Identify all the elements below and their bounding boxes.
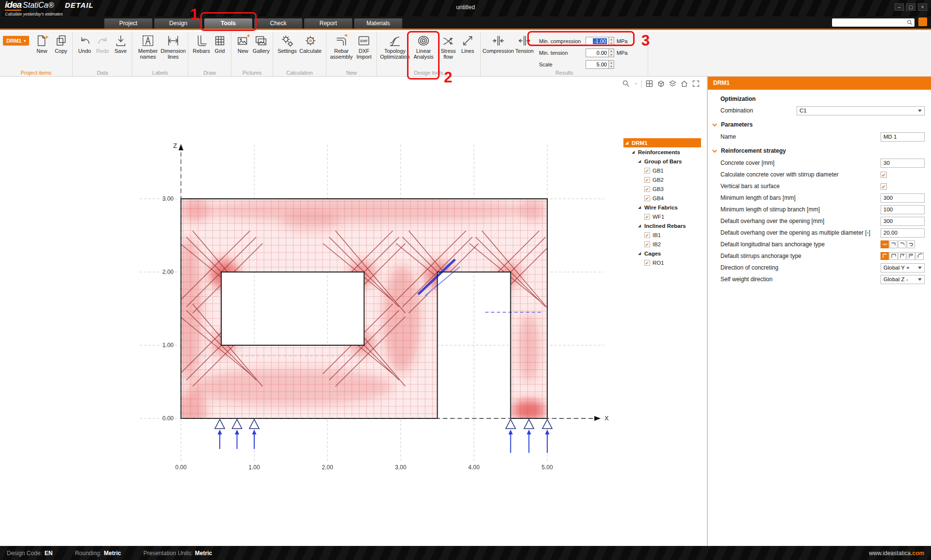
min-tension-input[interactable]: 0.00	[586, 48, 609, 57]
expander-icon[interactable]: ◢	[638, 251, 642, 256]
tree-node-wire-fabrics[interactable]: ◢Wire Fabrics	[623, 203, 701, 212]
lines-button[interactable]: Lines	[459, 34, 476, 54]
expander-icon[interactable]: ◢	[638, 224, 642, 228]
self-weight-direction-dropdown[interactable]: Global Z -	[881, 275, 925, 284]
project-item-selector[interactable]: DRM1▾	[3, 36, 29, 46]
search-input[interactable]	[832, 20, 907, 26]
overhang-over-opening-input[interactable]: 300	[881, 217, 925, 226]
min-tension-spinner[interactable]: ▴▾	[609, 48, 614, 57]
tab-tools[interactable]: Tools	[204, 18, 252, 29]
tree-node-drm1[interactable]: ◢DRM1	[623, 138, 701, 147]
linear-analysis-button[interactable]: Linear Analysis	[410, 34, 437, 60]
vertical-bars-at-surface-checkbox[interactable]: ✔	[881, 183, 887, 190]
tree-node-ib1[interactable]: ✔IB1	[623, 230, 701, 240]
stirrups-anchorage-type-option-s-hook-135-icon[interactable]	[898, 252, 906, 260]
calculate-button[interactable]: Calculate	[298, 34, 323, 54]
tree-node-wf1[interactable]: ✔WF1	[623, 212, 701, 221]
grid-button[interactable]: Grid	[212, 34, 228, 54]
tree-node-group-of-bars[interactable]: ◢Group of Bars	[623, 157, 701, 166]
search-box[interactable]	[832, 18, 915, 27]
longitudinal-anchorage-type-option-hook-180-icon[interactable]	[907, 240, 915, 248]
compression-button[interactable]: Compression	[484, 34, 513, 54]
gb1-checkbox[interactable]: ✔	[644, 168, 650, 174]
tree-node-reinforcements[interactable]: ◢Reinforcements	[623, 147, 701, 157]
minimize-button[interactable]: –	[895, 3, 904, 11]
min-length-of-bars-input[interactable]: 300	[881, 193, 925, 203]
collapse-chevron-icon[interactable]	[712, 122, 717, 127]
expander-icon[interactable]: ◢	[638, 205, 642, 209]
min-compression-input[interactable]: -1.00	[586, 37, 609, 46]
longitudinal-anchorage-type-option-straight-icon[interactable]	[881, 240, 889, 248]
tree-node-gb2[interactable]: ✔GB2	[623, 175, 701, 184]
settings-button[interactable]: Settings	[276, 34, 298, 54]
topology-optimization-button[interactable]: Topology Optimization	[380, 34, 410, 60]
tab-design[interactable]: Design	[154, 18, 202, 29]
rebars-button[interactable]: Rebars	[191, 34, 212, 54]
tension-button[interactable]: Tension	[513, 34, 536, 54]
overhang-multiple-diameter-input[interactable]: 20.00	[881, 228, 925, 238]
home-view-icon[interactable]	[680, 80, 688, 88]
min-length-stirrup-branch-input[interactable]: 100	[881, 205, 925, 214]
tree-node-ro1[interactable]: ✔RO1	[623, 258, 701, 267]
ib2-checkbox[interactable]: ✔	[644, 241, 650, 247]
wf1-checkbox[interactable]: ✔	[644, 214, 650, 220]
combination-dropdown[interactable]: C1	[797, 106, 925, 115]
stirrups-anchorage-type-option-s-hook-90-icon[interactable]	[889, 252, 898, 260]
cube-view-icon[interactable]	[657, 80, 665, 88]
grid-view-icon[interactable]	[645, 80, 653, 88]
tab-check[interactable]: Check	[254, 18, 302, 29]
undo-button[interactable]: Undo	[76, 34, 94, 54]
cover-with-stirrup-diameter-checkbox[interactable]: ✔	[881, 172, 887, 178]
direction-of-concreting-dropdown[interactable]: Global Y +	[881, 263, 925, 272]
gb4-checkbox[interactable]: ✔	[644, 195, 650, 201]
tree-node-cages[interactable]: ◢Cages	[623, 249, 701, 258]
name-input[interactable]: MD 1	[881, 132, 925, 142]
gb3-checkbox[interactable]: ✔	[644, 186, 650, 192]
save-button[interactable]: Save	[112, 34, 130, 54]
chevron-down-icon[interactable]	[634, 80, 638, 88]
tree-node-ib2[interactable]: ✔IB2	[623, 240, 701, 249]
stirrups-anchorage-type-option-s-hook-180-icon[interactable]	[907, 252, 915, 260]
tree-node-gb1[interactable]: ✔GB1	[623, 166, 701, 175]
new-project-item-button[interactable]: New	[32, 34, 51, 54]
close-button[interactable]: ×	[918, 3, 927, 11]
model-canvas[interactable]: ZX0.001.002.003.000.001.002.003.004.005.…	[0, 77, 707, 546]
section-reinforcement-strategy[interactable]: Reinforcement strategy	[708, 144, 931, 157]
tree-node-inclined-rebars[interactable]: ◢Inclined Rebars	[623, 221, 701, 230]
new-picture-button[interactable]: New	[234, 34, 252, 54]
min-compression-spinner[interactable]: ▴▾	[609, 37, 614, 46]
stirrups-anchorage-type-option-corner-90-icon[interactable]	[881, 252, 889, 260]
gallery-button[interactable]: Gallery	[252, 34, 271, 54]
member-names-button[interactable]: Member names	[135, 34, 161, 60]
dimension-lines-button[interactable]: Dimension lines	[161, 34, 186, 60]
copy-project-item-button[interactable]: Copy	[52, 34, 70, 54]
redo-button[interactable]: Redo	[94, 34, 112, 54]
section-parameters[interactable]: Parameters	[708, 118, 931, 131]
concrete-cover-input[interactable]: 30	[881, 159, 925, 168]
maximize-button[interactable]: ▢	[906, 3, 915, 11]
tab-project[interactable]: Project	[104, 18, 152, 29]
ib1-checkbox[interactable]: ✔	[644, 232, 650, 238]
dxf-import-button[interactable]: DXF DXF Import	[353, 34, 375, 60]
rebar-assembly-button[interactable]: Rebar assembly	[329, 34, 353, 60]
tab-materials[interactable]: Materials	[354, 18, 402, 29]
tree-node-gb4[interactable]: ✔GB4	[623, 193, 701, 203]
layers-icon[interactable]	[669, 80, 677, 88]
scale-spinner[interactable]: ▴▾	[609, 60, 614, 69]
expander-icon[interactable]: ◢	[632, 150, 636, 154]
ro1-checkbox[interactable]: ✔	[644, 260, 650, 266]
longitudinal-anchorage-type-option-hook-135-icon[interactable]	[898, 240, 906, 248]
tree-node-gb3[interactable]: ✔GB3	[623, 184, 701, 193]
tab-report[interactable]: Report	[304, 18, 352, 29]
stirrups-anchorage-type-option-corner-135-icon[interactable]	[915, 252, 924, 260]
feedback-button[interactable]	[918, 17, 927, 26]
longitudinal-anchorage-type-option-hook-90-icon[interactable]	[889, 240, 898, 248]
collapse-chevron-icon[interactable]	[712, 148, 717, 153]
gb2-checkbox[interactable]: ✔	[644, 177, 650, 183]
structural-model-view[interactable]: ZX0.001.002.003.000.001.002.003.004.005.…	[0, 77, 707, 546]
website-link[interactable]: www.ideastatica.com	[869, 550, 924, 557]
zoom-icon[interactable]	[622, 80, 630, 88]
expander-icon[interactable]: ◢	[625, 141, 630, 145]
expander-icon[interactable]: ◢	[638, 159, 642, 163]
fit-view-icon[interactable]	[692, 80, 700, 88]
